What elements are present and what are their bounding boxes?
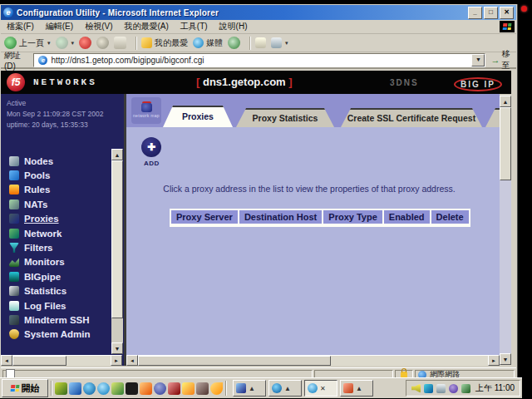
sidebar: Active Mon Sep 2 11:09:28 CST 2002 uptim…: [1, 94, 124, 366]
task-button[interactable]: ▲: [233, 380, 266, 397]
close-button[interactable]: ✕: [500, 7, 514, 19]
maximize-button[interactable]: □: [484, 7, 498, 19]
sidebar-item-nodes[interactable]: Nodes: [9, 154, 111, 168]
sidebar-item-mindterm-ssh[interactable]: Mindterm SSH: [9, 313, 111, 327]
tray-icon[interactable]: [424, 384, 433, 393]
task-button-active[interactable]: ✕: [304, 380, 337, 397]
sidebar-item-network[interactable]: Network: [9, 226, 111, 240]
sidebar-item-statistics[interactable]: Statistics: [9, 284, 111, 298]
quicklaunch-icon[interactable]: [168, 382, 180, 395]
task-button[interactable]: ▲: [340, 380, 373, 397]
menu-help[interactable]: 說明(H): [214, 21, 254, 32]
back-dropdown-icon[interactable]: ▾: [47, 40, 51, 47]
sidebar-item-log-files[interactable]: Log Files: [9, 298, 111, 313]
quicklaunch-icon[interactable]: [97, 382, 110, 395]
address-input[interactable]: e http://dns1.getop.com/bigipgui/bigconf…: [33, 53, 485, 67]
quicklaunch-icon[interactable]: [111, 382, 124, 395]
sidebar-scrollbar[interactable]: ▲ ▼: [111, 149, 123, 354]
sidebar-item-filters[interactable]: Filters: [9, 240, 111, 254]
scroll-up-icon[interactable]: ▲: [111, 149, 123, 160]
scrollbar-thumb[interactable]: [111, 160, 123, 318]
menu-edit[interactable]: 編輯(E): [40, 21, 79, 32]
instruction-text: Click a proxy address in the list to vie…: [126, 184, 492, 194]
network-map-button[interactable]: network map: [131, 97, 161, 124]
start-button[interactable]: 開始: [2, 379, 48, 397]
col-proxy-server[interactable]: Proxy Server: [171, 210, 238, 224]
quicklaunch-icon[interactable]: [182, 382, 195, 395]
tab-proxy-statistics[interactable]: Proxy Statistics: [236, 108, 334, 127]
window-icon: [236, 383, 246, 393]
tab-create-ssl-certificate-request[interactable]: Create SSL Certificate Request: [341, 108, 482, 127]
minimize-button[interactable]: _: [468, 7, 482, 19]
scroll-right-icon[interactable]: ►: [488, 355, 500, 366]
task-button-glyph: ▲: [356, 385, 362, 392]
col-delete[interactable]: Delete: [431, 210, 469, 224]
address-dropdown-icon[interactable]: ▼: [471, 54, 485, 66]
stop-button[interactable]: [79, 37, 91, 49]
scroll-down-icon[interactable]: ▼: [111, 342, 123, 354]
tab-proxies[interactable]: Proxies: [163, 106, 233, 127]
tray-icon[interactable]: [461, 384, 470, 393]
scrollbar-track[interactable]: [12, 355, 111, 366]
scroll-down-icon[interactable]: ▼: [500, 353, 511, 365]
tray-icon[interactable]: [436, 384, 446, 393]
scroll-left-icon[interactable]: ◄: [126, 355, 138, 366]
scroll-left-icon[interactable]: ◄: [1, 355, 12, 366]
print-dropdown-icon[interactable]: ▾: [285, 40, 288, 47]
quicklaunch-icon[interactable]: [55, 382, 67, 395]
go-button[interactable]: → 移至: [490, 48, 516, 71]
scrollbar-thumb[interactable]: [500, 107, 511, 180]
menu-file[interactable]: 檔案(F): [1, 21, 40, 32]
quicklaunch-icon[interactable]: [140, 382, 152, 395]
menu-favorites[interactable]: 我的最愛(A): [118, 21, 174, 32]
volume-icon[interactable]: [411, 384, 421, 393]
title-bar[interactable]: e Configuration Utility - Microsoft Inte…: [1, 5, 516, 20]
media-button[interactable]: 媒體: [193, 37, 223, 49]
address-bar: 網址(D) e http://dns1.getop.com/bigipgui/b…: [1, 52, 516, 69]
scrollbar-thumb[interactable]: [12, 356, 66, 366]
quicklaunch-icon[interactable]: [126, 382, 138, 395]
quicklaunch-icon[interactable]: [154, 382, 166, 395]
quicklaunch-icon[interactable]: [69, 382, 81, 395]
history-button[interactable]: [228, 37, 240, 49]
sidebar-item-bigpipe[interactable]: BIGpipe: [9, 269, 111, 283]
sidebar-item-label: Monitors: [24, 257, 65, 267]
add-proxy-button[interactable]: ✚: [141, 137, 161, 157]
sidebar-item-system-admin[interactable]: System Admin: [9, 328, 111, 342]
col-destination-host[interactable]: Destination Host: [239, 210, 322, 224]
refresh-button[interactable]: [96, 37, 109, 49]
scroll-right-icon[interactable]: ►: [111, 355, 122, 366]
task-button-glyph: ✕: [320, 385, 326, 392]
home-button[interactable]: [114, 37, 126, 49]
col-enabled[interactable]: Enabled: [384, 210, 430, 224]
col-proxy-type[interactable]: Proxy Type: [323, 210, 382, 224]
quicklaunch-icon[interactable]: [83, 382, 96, 395]
link-bigip[interactable]: BIG IP: [454, 77, 502, 91]
forward-dropdown-icon[interactable]: ▾: [71, 40, 75, 47]
link-3dns[interactable]: 3DNS: [390, 78, 419, 87]
sidebar-item-nats[interactable]: NATs: [9, 197, 111, 211]
sidebar-item-label: Log Files: [24, 301, 66, 311]
favorites-button[interactable]: 我的最愛: [141, 37, 188, 49]
mail-button[interactable]: [255, 37, 266, 48]
menu-view[interactable]: 檢視(V): [79, 21, 118, 32]
sidebar-item-proxies[interactable]: Proxies: [9, 212, 111, 226]
sidebar-scrollbar-horizontal[interactable]: ◄ ►: [1, 355, 122, 366]
menu-tools[interactable]: 工具(T): [175, 21, 214, 32]
main-scrollbar-vertical[interactable]: ▲ ▼: [500, 96, 511, 365]
back-button[interactable]: 上一頁 ▾: [4, 37, 51, 49]
main-scrollbar-horizontal[interactable]: ◄ ►: [126, 355, 500, 366]
sidebar-item-monitors[interactable]: Monitors: [9, 255, 111, 269]
scroll-up-icon[interactable]: ▲: [500, 96, 511, 107]
sidebar-item-rules[interactable]: Rules: [9, 183, 111, 197]
quicklaunch-icon[interactable]: [210, 382, 223, 395]
task-button[interactable]: ▲: [268, 380, 302, 397]
print-button[interactable]: ▾: [271, 37, 288, 48]
scrollbar-thumb[interactable]: [138, 356, 331, 366]
forward-button[interactable]: ▾: [56, 37, 75, 49]
tab-install-ssl-certificate[interactable]: Install SSL Certif: [485, 108, 500, 127]
quicklaunch-icon[interactable]: [196, 382, 209, 395]
tray-icon[interactable]: [449, 384, 458, 393]
sidebar-item-pools[interactable]: Pools: [9, 168, 111, 182]
scrollbar-track[interactable]: [138, 355, 488, 366]
